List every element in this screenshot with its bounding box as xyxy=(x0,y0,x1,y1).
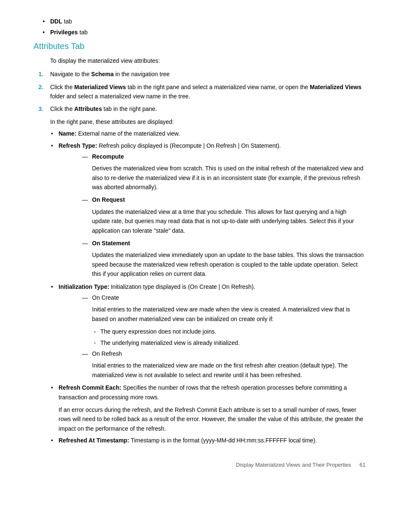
attr-name-text: External name of the materialized view. xyxy=(78,130,180,137)
attr-refresh-commit-label: Refresh Commit Each: xyxy=(59,384,121,391)
attr-init-type-text: Initialization type displayed is (On Cre… xyxy=(111,283,255,290)
attr-name-label: Name: xyxy=(59,130,77,137)
step-3-number: 3. xyxy=(38,104,43,113)
recompute-desc: Derives the materialized view from scrat… xyxy=(92,164,366,192)
on-create-desc: Initial entries to the materialized view… xyxy=(92,305,366,324)
on-refresh-list: On Refresh xyxy=(59,349,366,358)
page-container: DDL tab Privileges tab Attributes Tab To… xyxy=(33,17,366,468)
on-refresh-desc: Initial entries to the materialized view… xyxy=(92,361,366,380)
step-2-text: Click the Materialized Views tab in the … xyxy=(50,84,361,100)
dash-on-request: On Request xyxy=(92,195,366,204)
attr-refresh-type-text: Refresh policy displayed is (Recompute |… xyxy=(99,142,281,149)
dash-on-create: On Create xyxy=(92,293,366,302)
on-request-desc: Updates the materialized view at a time … xyxy=(92,207,366,235)
bullet-privileges-text: tab xyxy=(79,29,87,36)
footer-text: Display Materialized Views and Their Pro… xyxy=(236,462,351,468)
circle-item-1: The query expression does not include jo… xyxy=(100,327,366,336)
attr-refresh-commit: Refresh Commit Each: Specifies the numbe… xyxy=(59,383,366,433)
bullet-privileges: Privileges tab xyxy=(50,28,366,37)
intro-text: To display the materialized view attribu… xyxy=(50,56,366,65)
refresh-commit-extra: If an error occurs during the refresh, a… xyxy=(59,405,366,433)
dash-recompute-label: Recompute xyxy=(92,153,124,160)
step-1-number: 1. xyxy=(38,69,43,79)
circle-item-2-text: The underlying materialized view is alre… xyxy=(100,339,240,346)
bullet-ddl-text: tab xyxy=(64,18,72,25)
dash-recompute: Recompute xyxy=(92,152,366,161)
attr-refreshed-timestamp-label: Refreshed At Timestamp: xyxy=(59,437,129,444)
on-request-list: On Request xyxy=(59,195,366,204)
sub-intro: In the right pane, these attributes are … xyxy=(50,117,366,126)
step-2: 2. Click the Materialized Views tab in t… xyxy=(50,82,366,101)
dash-on-create-label: On Create xyxy=(92,294,119,301)
attr-refresh-type: Refresh Type: Refresh policy displayed i… xyxy=(59,141,366,279)
attributes-list: Name: External name of the materialized … xyxy=(33,129,366,445)
footer-page: 61 xyxy=(360,462,366,468)
attr-refresh-type-label: Refresh Type: xyxy=(59,142,97,149)
attr-name: Name: External name of the materialized … xyxy=(59,129,366,138)
numbered-steps: 1. Navigate to the Schema in the navigat… xyxy=(33,69,366,114)
attr-refreshed-timestamp: Refreshed At Timestamp: Timestamp is in … xyxy=(59,436,366,445)
bullet-ddl: DDL tab xyxy=(50,17,366,26)
bullet-privileges-label: Privileges xyxy=(50,29,78,36)
circle-item-1-text: The query expression does not include jo… xyxy=(100,328,216,335)
dash-on-refresh-label: On Refresh xyxy=(92,350,122,357)
section-heading: Attributes Tab xyxy=(33,41,366,51)
attr-refreshed-timestamp-text: Timestamp is in the format (yyyy-MM-dd H… xyxy=(130,437,317,444)
attr-init-type-label: Initialization Type: xyxy=(59,283,109,290)
step-3-text: Click the Attributes tab in the right pa… xyxy=(50,105,157,112)
step-1: 1. Navigate to the Schema in the navigat… xyxy=(50,69,366,79)
footer: Display Materialized Views and Their Pro… xyxy=(33,462,366,468)
circle-item-2: The underlying materialized view is alre… xyxy=(100,338,366,347)
refresh-type-subitems: Recompute xyxy=(59,152,366,161)
bullet-ddl-label: DDL xyxy=(50,18,62,25)
on-statement-desc: Updates the materialized view immediatel… xyxy=(92,250,366,278)
dash-on-request-label: On Request xyxy=(92,196,125,203)
step-1-text: Navigate to the Schema in the navigation… xyxy=(50,71,170,77)
initial-bullet-list: DDL tab Privileges tab xyxy=(33,17,366,37)
dash-on-statement: On Statement xyxy=(92,239,366,248)
attr-init-type: Initialization Type: Initialization type… xyxy=(59,282,366,380)
step-2-number: 2. xyxy=(38,82,43,92)
on-create-circle-list: The query expression does not include jo… xyxy=(59,327,366,347)
on-create-list: On Create xyxy=(59,293,366,302)
on-statement-list: On Statement xyxy=(59,239,366,248)
step-3: 3. Click the Attributes tab in the right… xyxy=(50,104,366,113)
dash-on-refresh: On Refresh xyxy=(92,349,366,358)
dash-on-statement-label: On Statement xyxy=(92,240,130,247)
